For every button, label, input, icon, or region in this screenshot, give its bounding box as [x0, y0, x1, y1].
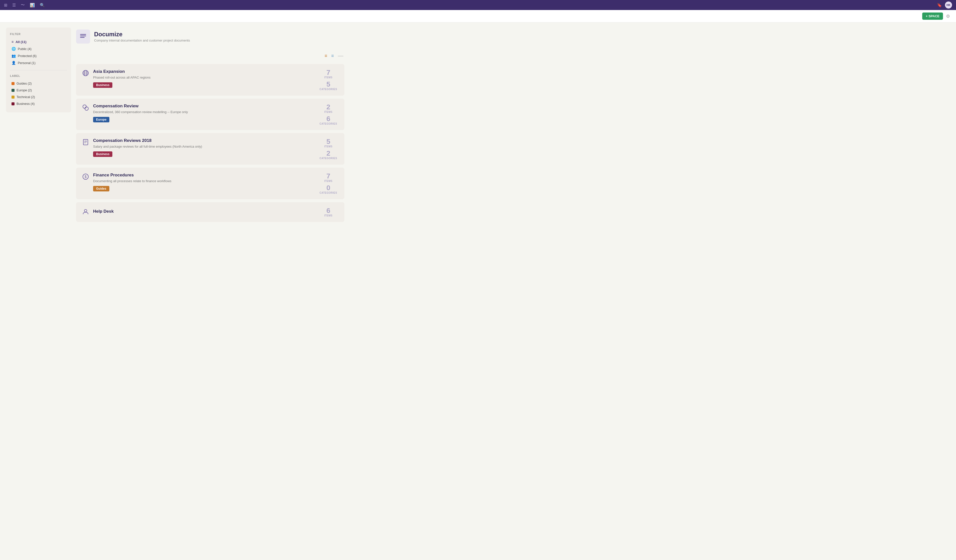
- label-europe-text: Europe (2): [17, 88, 32, 92]
- stat-items-count-helpdesk: 6: [324, 207, 332, 214]
- label-technical[interactable]: Technical (2): [10, 94, 67, 100]
- content-area: Documize Company internal documentation …: [76, 28, 344, 222]
- filter-all[interactable]: ≡ All (11): [10, 39, 67, 45]
- stat-items-label2: ITEMS: [324, 111, 332, 113]
- analytics-icon[interactable]: 〜: [21, 3, 25, 8]
- bookmark-icon[interactable]: 🔖: [937, 3, 942, 8]
- card-desc-comp-review: Decentralized, 360 compensation review m…: [93, 110, 314, 114]
- stat-categories-count-asia: 5: [319, 81, 337, 88]
- filter-protected[interactable]: 👥 Protected (6): [10, 52, 67, 59]
- label-europe-dot: [11, 89, 14, 92]
- stat-items-count-comp-review: 2: [324, 104, 332, 111]
- view-controls: ≡ ≡ —: [76, 52, 344, 60]
- subheader: + SPACE ⚙: [0, 10, 956, 22]
- card-asia-expansion[interactable]: Asia Expansion Phased roll-out across al…: [76, 64, 344, 96]
- svg-rect-10: [83, 139, 88, 145]
- space-info: Documize Company internal documentation …: [94, 31, 190, 42]
- stat-items-finance: 7 ITEMS: [324, 173, 332, 182]
- stat-items-label5: ITEMS: [324, 214, 332, 217]
- filter-personal-icon: 👤: [11, 61, 16, 65]
- label-business-dot: [11, 102, 14, 105]
- label-europe[interactable]: Europe (2): [10, 87, 67, 93]
- space-title: Documize: [94, 31, 190, 38]
- card-stats-helpdesk: 6 ITEMS: [318, 207, 338, 217]
- card-body-comp-2018: Compensation Reviews 2018 Salary and pac…: [93, 138, 314, 157]
- filter-personal[interactable]: 👤 Personal (1): [10, 60, 67, 66]
- svg-rect-1: [80, 36, 86, 36]
- card-body-asia: Asia Expansion Phased roll-out across al…: [93, 69, 314, 88]
- stat-categories-count-finance: 0: [319, 184, 337, 192]
- label-guides-text: Guides (2): [17, 82, 32, 85]
- filter-all-label: All (11): [16, 40, 26, 44]
- stat-categories-finance: 0 CATEGORIES: [319, 184, 337, 194]
- card-desc-comp-2018: Salary and package reviews for all full-…: [93, 145, 314, 148]
- card-help-desk[interactable]: Help Desk 6 ITEMS: [76, 202, 344, 222]
- card-title-asia: Asia Expansion: [93, 69, 314, 74]
- card-desc-asia: Phased roll-out across all APAC regions: [93, 76, 314, 79]
- card-body-helpdesk: Help Desk: [93, 209, 314, 216]
- card-body-comp-review: Compensation Review Decentralized, 360 c…: [93, 104, 314, 123]
- card-tag-comp-review[interactable]: Europe: [93, 117, 109, 123]
- grid-icon[interactable]: ⊞: [4, 3, 7, 8]
- card-title-comp-review: Compensation Review: [93, 104, 314, 109]
- stat-categories-count-comp-review: 6: [319, 115, 337, 123]
- avatar[interactable]: HK: [945, 2, 952, 8]
- cards-list: Asia Expansion Phased roll-out across al…: [76, 64, 344, 222]
- stat-categories-count-comp-2018: 2: [319, 150, 337, 157]
- svg-point-9: [85, 107, 88, 110]
- card-title-comp-2018: Compensation Reviews 2018: [93, 138, 314, 143]
- space-description: Company internal documentation and custo…: [94, 39, 190, 42]
- card-compensation-2018[interactable]: Compensation Reviews 2018 Salary and pac…: [76, 133, 344, 165]
- card-tag-asia[interactable]: Business: [93, 82, 112, 88]
- list-icon[interactable]: ☰: [12, 3, 16, 8]
- label-guides[interactable]: Guides (2): [10, 80, 67, 87]
- filter-title: FILTER: [10, 33, 67, 36]
- view-dense-button[interactable]: ≡: [324, 52, 329, 60]
- stat-items-label: ITEMS: [324, 76, 332, 79]
- stat-items-helpdesk: 6 ITEMS: [324, 207, 332, 217]
- svg-text:$: $: [85, 175, 86, 179]
- card-stats-asia: 7 ITEMS 5 CATEGORIES: [318, 69, 338, 91]
- svg-point-8: [83, 105, 86, 109]
- card-stats-comp-review: 2 ITEMS 6 CATEGORIES: [318, 104, 338, 125]
- filter-protected-label: Protected (6): [18, 54, 36, 58]
- stat-categories-comp-2018: 2 CATEGORIES: [319, 150, 337, 160]
- stat-items-count-asia: 7: [324, 69, 332, 76]
- card-icon-dollar: $: [82, 173, 89, 182]
- filter-all-icon: ≡: [11, 40, 14, 44]
- card-icon-helpdesk: [82, 208, 89, 217]
- nav-right: 🔖 HK: [937, 2, 952, 8]
- card-finance-procedures[interactable]: $ Finance Procedures Documenting all pro…: [76, 168, 344, 199]
- stat-items-label4: ITEMS: [324, 180, 332, 182]
- stat-categories-label3: CATEGORIES: [319, 157, 337, 160]
- stat-categories-comp-review: 6 CATEGORIES: [319, 115, 337, 125]
- card-tag-comp-2018[interactable]: Business: [93, 151, 112, 157]
- card-title-finance: Finance Procedures: [93, 173, 314, 178]
- view-minimal-button[interactable]: —: [337, 52, 344, 60]
- stat-categories-asia: 5 CATEGORIES: [319, 81, 337, 91]
- top-nav: ⊞ ☰ 〜 📊 🔍 🔖 HK: [0, 0, 956, 10]
- stat-items-comp-review: 2 ITEMS: [324, 104, 332, 113]
- svg-rect-0: [80, 34, 86, 35]
- card-compensation-review[interactable]: Compensation Review Decentralized, 360 c…: [76, 99, 344, 130]
- filter-public[interactable]: 🌐 Public (4): [10, 46, 67, 52]
- card-icon-circles: [82, 104, 89, 113]
- space-header: Documize Company internal documentation …: [76, 28, 344, 46]
- space-icon: [76, 30, 90, 44]
- search-icon[interactable]: 🔍: [40, 3, 45, 8]
- card-desc-finance: Documenting all processes relate to fina…: [93, 179, 314, 183]
- add-space-button[interactable]: + SPACE: [922, 13, 943, 20]
- stat-items-count-finance: 7: [324, 173, 332, 180]
- card-title-helpdesk: Help Desk: [93, 209, 314, 214]
- label-guides-dot: [11, 82, 14, 85]
- nav-left: ⊞ ☰ 〜 📊 🔍: [4, 3, 45, 8]
- stat-items-count-comp-2018: 5: [324, 138, 332, 145]
- settings-icon[interactable]: ⚙: [946, 14, 950, 19]
- view-list-button[interactable]: ≡: [330, 52, 335, 60]
- card-tag-finance[interactable]: Guides: [93, 186, 109, 192]
- filter-public-label: Public (4): [18, 47, 31, 51]
- svg-rect-2: [80, 37, 85, 38]
- chart-icon[interactable]: 📊: [30, 3, 35, 8]
- label-business[interactable]: Business (4): [10, 101, 67, 107]
- stat-categories-label4: CATEGORIES: [319, 192, 337, 194]
